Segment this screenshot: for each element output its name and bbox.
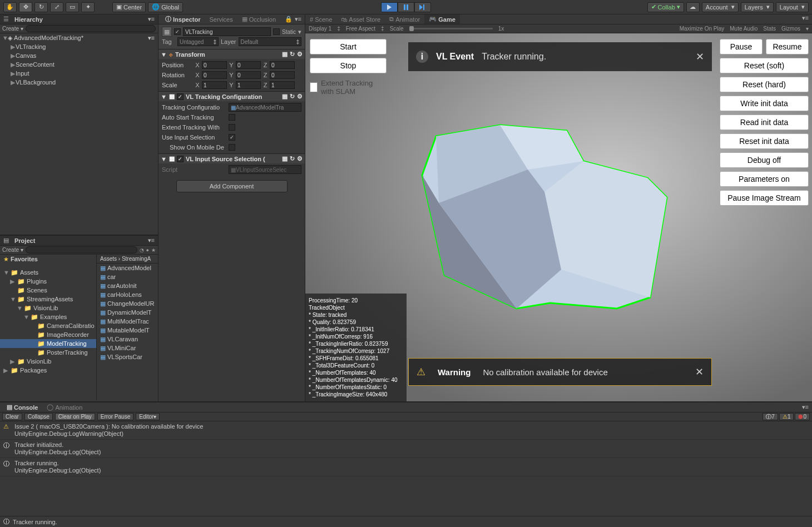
hierarchy-item[interactable]: ▶VLBackground: [0, 78, 158, 87]
panel-menu-icon[interactable]: ▾≡: [799, 14, 812, 24]
handle-toggle-button[interactable]: 🌐 Global: [148, 2, 183, 12]
rotate-tool-button[interactable]: ↻: [34, 2, 48, 12]
reset-init-button[interactable]: Reset init data: [720, 133, 809, 149]
position-z-input[interactable]: [270, 61, 295, 69]
inspector-tab[interactable]: ⓘInspector: [162, 14, 204, 24]
resume-tracking-button[interactable]: Resume: [766, 39, 809, 54]
play-button[interactable]: [381, 2, 398, 12]
project-tab[interactable]: Project: [11, 236, 38, 246]
reset-icon[interactable]: ↻: [290, 51, 295, 58]
breadcrumb-item[interactable]: Assets: [100, 256, 117, 262]
help-icon[interactable]: ▦: [282, 155, 288, 162]
read-init-button[interactable]: Read init data: [720, 115, 809, 130]
gear-icon[interactable]: ⚙: [297, 93, 303, 100]
clear-on-play-toggle[interactable]: Clear on Play: [55, 413, 95, 420]
account-dropdown[interactable]: Account ▾: [702, 2, 739, 12]
scene-row[interactable]: ▼◈ AdvancedModelTracking*▾≡: [0, 33, 158, 42]
breadcrumb-item[interactable]: StreamingA: [122, 256, 151, 262]
project-tree-item[interactable]: 📁PosterTracking: [0, 348, 96, 357]
gameobject-name-input[interactable]: [183, 27, 271, 36]
game-tab[interactable]: 🎮Game: [424, 14, 460, 24]
console-log-entry[interactable]: ⓘTracker running.UnityEngine.Debug:Log(O…: [0, 458, 812, 476]
auto-start-checkbox[interactable]: [229, 114, 235, 121]
hierarchy-tab[interactable]: Hierarchy: [11, 14, 46, 24]
error-filter-toggle[interactable]: ⬢0: [795, 413, 810, 420]
rotation-x-input[interactable]: [202, 71, 227, 79]
static-checkbox[interactable]: [273, 28, 280, 35]
collapse-toggle[interactable]: Collapse: [24, 413, 53, 420]
layout-dropdown[interactable]: Layout ▾: [776, 2, 809, 12]
parameters-toggle-button[interactable]: Parameters on: [720, 171, 809, 187]
stop-tracking-button[interactable]: Stop: [310, 58, 387, 73]
help-icon[interactable]: ▦: [282, 51, 288, 58]
hierarchy-search-input[interactable]: [26, 25, 156, 32]
panel-menu-icon[interactable]: ▾≡: [295, 16, 301, 23]
panel-menu-icon[interactable]: ▾≡: [802, 404, 809, 411]
hierarchy-item[interactable]: ▶Input: [0, 69, 158, 78]
gear-icon[interactable]: ⚙: [297, 51, 303, 58]
project-file-item[interactable]: ▦car: [97, 272, 158, 281]
pause-button[interactable]: [398, 2, 414, 12]
hierarchy-item[interactable]: ▶SceneContent: [0, 60, 158, 69]
mute-toggle[interactable]: Mute Audio: [730, 26, 757, 32]
project-file-item[interactable]: ▦MultiModelTrac: [97, 317, 158, 326]
console-tab[interactable]: ▤Console: [3, 402, 41, 412]
collab-dropdown[interactable]: ✔ Collab ▾: [647, 2, 684, 12]
tracking-config-field[interactable]: ▦AdvancedModelTra: [229, 103, 301, 112]
project-tree-item[interactable]: 📁ImageRecorder: [0, 330, 96, 339]
game-viewport[interactable]: Start Stop Extend Tracking with SLAM i V…: [305, 33, 812, 401]
filter-icon[interactable]: ★: [151, 247, 156, 253]
component-enabled-checkbox[interactable]: [177, 93, 184, 100]
close-icon[interactable]: ✕: [695, 366, 704, 378]
project-tree-item[interactable]: ▼📁StreamingAssets: [0, 295, 96, 304]
extend-slam-checkbox[interactable]: [310, 82, 318, 92]
pivot-toggle-button[interactable]: ▣ Center: [112, 2, 146, 12]
lock-icon[interactable]: 🔒: [285, 16, 293, 23]
clear-button[interactable]: Clear: [2, 413, 22, 420]
favorites-row[interactable]: ★Favorites: [0, 255, 96, 264]
panel-menu-icon[interactable]: ▾≡: [148, 237, 155, 244]
extend-tracking-checkbox[interactable]: [229, 124, 235, 131]
services-tab[interactable]: Services: [206, 14, 236, 24]
scale-y-input[interactable]: [236, 81, 261, 89]
project-file-item[interactable]: ▦carHoloLens: [97, 290, 158, 299]
layer-dropdown[interactable]: Default‡: [239, 37, 301, 46]
vlinput-component-header[interactable]: ▼▦VL Input Source Selection (▦↻⚙: [159, 153, 305, 163]
error-pause-toggle[interactable]: Error Pause: [97, 413, 133, 420]
filter-icon[interactable]: ●: [146, 247, 149, 253]
project-tree-item[interactable]: ▼📁Assets: [0, 268, 96, 277]
rect-tool-button[interactable]: ▭: [66, 2, 79, 12]
rotation-z-input[interactable]: [270, 71, 295, 79]
transform-component-header[interactable]: ▼⟐Transform▦↻⚙: [159, 49, 305, 59]
project-create-dropdown[interactable]: Create ▾: [2, 247, 23, 253]
write-init-button[interactable]: Write init data: [720, 96, 809, 111]
info-filter-toggle[interactable]: ⓘ7: [763, 413, 778, 420]
hierarchy-list[interactable]: ▼◈ AdvancedModelTracking*▾≡ ▶VLTracking …: [0, 33, 158, 235]
gizmos-dropdown[interactable]: Gizmos: [781, 26, 800, 32]
reset-soft-button[interactable]: Reset (soft): [720, 58, 809, 73]
position-y-input[interactable]: [236, 61, 261, 69]
project-file-item[interactable]: ▦DynamicModelT: [97, 308, 158, 317]
project-file-item[interactable]: ▦ChangeModelUR: [97, 299, 158, 308]
project-tree-item[interactable]: ▶📁VisionLib: [0, 357, 96, 366]
pause-stream-button[interactable]: Pause Image Stream: [720, 190, 809, 206]
maximize-toggle[interactable]: Maximize On Play: [680, 26, 725, 32]
scale-z-input[interactable]: [270, 81, 295, 89]
hierarchy-item[interactable]: ▶VLTracking: [0, 42, 158, 51]
console-log-list[interactable]: ⚠Issue 2 ( macOS_USB20Camera ): No calib…: [0, 421, 812, 505]
pause-tracking-button[interactable]: Pause: [720, 39, 763, 54]
editor-dropdown[interactable]: Editor ▾: [136, 413, 160, 420]
reset-icon[interactable]: ↻: [290, 93, 295, 100]
project-tree-item[interactable]: 📁ModelTracking: [0, 339, 96, 348]
display-dropdown[interactable]: Display 1: [309, 26, 331, 32]
project-tree-item[interactable]: ▼📁Examples: [0, 312, 96, 321]
close-icon[interactable]: ✕: [696, 51, 704, 63]
scale-slider[interactable]: [409, 28, 493, 29]
input-selection-checkbox[interactable]: [229, 134, 235, 141]
project-file-item[interactable]: ▦VLSportsCar: [97, 352, 158, 361]
cloud-button[interactable]: ☁: [686, 2, 700, 12]
start-tracking-button[interactable]: Start: [310, 39, 387, 54]
project-tree-item[interactable]: 📁Scenes: [0, 286, 96, 295]
help-icon[interactable]: ▦: [282, 93, 288, 100]
debug-toggle-button[interactable]: Debug off: [720, 152, 809, 168]
